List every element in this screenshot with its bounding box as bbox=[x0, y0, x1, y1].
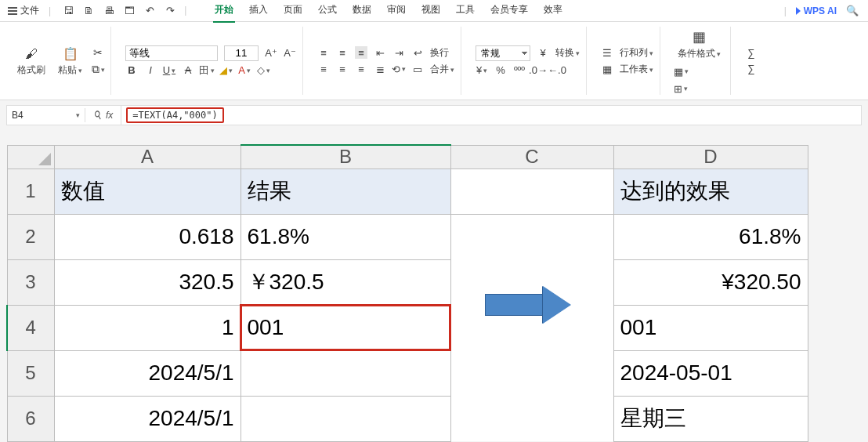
cell-C1[interactable] bbox=[450, 168, 613, 214]
border-button[interactable]: 田 bbox=[201, 64, 213, 77]
merge-icon[interactable]: ▭ bbox=[411, 63, 424, 75]
cell-B3[interactable]: ￥320.5 bbox=[241, 259, 450, 305]
formula-input[interactable]: =TEXT(A4,"000") bbox=[121, 108, 228, 122]
col-header-D[interactable]: D bbox=[613, 145, 808, 168]
cell-A2[interactable]: 0.618 bbox=[54, 214, 241, 259]
file-menu[interactable]: 文件 bbox=[3, 2, 44, 19]
cell-D3[interactable]: ¥320.50 bbox=[613, 259, 808, 305]
select-all-corner[interactable] bbox=[7, 145, 54, 168]
fx-icon[interactable]: fx bbox=[106, 110, 113, 121]
sort-icon[interactable]: ∑ bbox=[745, 63, 758, 75]
cell-B6[interactable] bbox=[241, 396, 450, 441]
wps-ai-button[interactable]: WPS AI bbox=[796, 5, 837, 16]
cond-format-button[interactable]: ▦ 条件格式 bbox=[675, 27, 724, 62]
row-header-4[interactable]: 4 bbox=[7, 305, 54, 350]
percent-icon[interactable]: % bbox=[494, 64, 507, 77]
row-header-2[interactable]: 2 bbox=[7, 214, 54, 259]
tab-formula[interactable]: 公式 bbox=[316, 0, 338, 23]
tab-view[interactable]: 视图 bbox=[420, 0, 442, 23]
row-header-3[interactable]: 3 bbox=[7, 259, 54, 305]
spreadsheet-grid[interactable]: A B C D 1 数值 结果 达到的效果 2 0.618 61.8% 61.8… bbox=[6, 144, 808, 442]
font-size-select[interactable] bbox=[224, 45, 259, 61]
col-header-B[interactable]: B bbox=[241, 145, 450, 168]
redo-icon[interactable]: ↷ bbox=[164, 5, 176, 17]
comma-icon[interactable]: ººº bbox=[513, 64, 526, 77]
font-name-select[interactable] bbox=[125, 45, 218, 61]
cell-D4[interactable]: 001 bbox=[613, 305, 808, 350]
cell-B1[interactable]: 结果 bbox=[241, 168, 450, 214]
col-header-C[interactable]: C bbox=[450, 145, 613, 168]
align-bot-icon[interactable]: ≡ bbox=[355, 46, 367, 59]
cell-B4[interactable]: 001 bbox=[241, 305, 450, 350]
cell-A5[interactable]: 2024/5/1 bbox=[54, 350, 241, 396]
preview-icon[interactable]: 🗔 bbox=[123, 5, 136, 17]
italic-button[interactable]: I bbox=[144, 64, 157, 77]
cell-style-icon[interactable]: ⊞ bbox=[675, 82, 687, 95]
print-icon[interactable]: 🖶 bbox=[103, 5, 115, 17]
indent-dec-icon[interactable]: ⇤ bbox=[374, 46, 386, 59]
name-box[interactable]: B4 ▾ bbox=[7, 108, 85, 122]
cell-D2[interactable]: 61.8% bbox=[613, 214, 808, 259]
tab-insert[interactable]: 插入 bbox=[248, 0, 269, 23]
justify-icon[interactable]: ≣ bbox=[374, 63, 386, 75]
col-header-A[interactable]: A bbox=[54, 145, 241, 168]
tab-member[interactable]: 会员专享 bbox=[489, 0, 530, 23]
tab-efficiency[interactable]: 效率 bbox=[542, 0, 564, 23]
search-icon[interactable] bbox=[846, 5, 859, 16]
increase-font-icon[interactable]: A⁺ bbox=[265, 47, 277, 60]
merge-label[interactable]: 合并 bbox=[430, 63, 454, 76]
worksheet-label[interactable]: 工作表 bbox=[620, 63, 653, 76]
rowcol-label[interactable]: 行和列 bbox=[620, 46, 653, 60]
clear-format-button[interactable]: ◇ bbox=[257, 64, 269, 77]
cell-D5[interactable]: 2024-05-01 bbox=[613, 350, 808, 396]
save-as-icon[interactable]: 🗎 bbox=[82, 5, 95, 17]
number-format-select[interactable]: 常规 bbox=[476, 45, 530, 61]
currency-style-icon[interactable]: ¥ bbox=[476, 64, 488, 77]
undo-icon[interactable]: ↶ bbox=[143, 5, 156, 17]
convert-label[interactable]: 转换 bbox=[555, 46, 580, 60]
cell-B2[interactable]: 61.8% bbox=[241, 214, 450, 259]
decrease-font-icon[interactable]: A⁻ bbox=[284, 47, 296, 60]
tab-review[interactable]: 审阅 bbox=[385, 0, 407, 23]
dec-dec-icon[interactable]: ←.0 bbox=[551, 64, 563, 77]
underline-button[interactable]: U bbox=[163, 64, 175, 77]
cell-D1[interactable]: 达到的效果 bbox=[613, 168, 808, 214]
cell-C2[interactable] bbox=[450, 214, 613, 259]
format-brush-button[interactable]: 格式刷 bbox=[14, 44, 49, 78]
tab-page[interactable]: 页面 bbox=[282, 0, 304, 23]
tab-start[interactable]: 开始 bbox=[213, 0, 235, 23]
paste-button[interactable]: 粘贴 bbox=[55, 44, 85, 78]
wrap-icon[interactable]: ↩ bbox=[411, 46, 424, 59]
copy-icon[interactable] bbox=[92, 63, 104, 76]
indent-inc-icon[interactable]: ⇥ bbox=[392, 46, 405, 59]
bold-button[interactable]: B bbox=[125, 64, 138, 77]
rowcol-icon[interactable]: ☰ bbox=[601, 46, 613, 59]
tab-data[interactable]: 数据 bbox=[351, 0, 373, 23]
zoom-icon[interactable] bbox=[93, 110, 101, 121]
cell-A6[interactable]: 2024/5/1 bbox=[54, 396, 241, 441]
cell-B5[interactable] bbox=[241, 350, 450, 396]
font-color-button[interactable]: A bbox=[238, 64, 251, 77]
align-ctr-icon[interactable]: ≡ bbox=[336, 63, 349, 75]
cell-A3[interactable]: 320.5 bbox=[54, 259, 241, 305]
cell-A4[interactable]: 1 bbox=[54, 305, 241, 350]
autosum-icon[interactable]: ∑ bbox=[745, 47, 758, 60]
table-style-icon[interactable]: ▦ bbox=[675, 65, 687, 78]
row-header-1[interactable]: 1 bbox=[7, 168, 54, 214]
cell-C5[interactable] bbox=[450, 350, 613, 396]
strike-button[interactable]: A bbox=[182, 64, 194, 77]
row-header-5[interactable]: 5 bbox=[7, 350, 54, 396]
cell-C3[interactable] bbox=[450, 259, 613, 350]
cut-icon[interactable] bbox=[92, 46, 104, 59]
align-mid-icon[interactable]: ≡ bbox=[336, 46, 349, 59]
cell-A1[interactable]: 数值 bbox=[54, 168, 241, 214]
cell-D6[interactable]: 星期三 bbox=[613, 396, 808, 441]
row-header-6[interactable]: 6 bbox=[7, 396, 54, 441]
align-top-icon[interactable]: ≡ bbox=[317, 46, 330, 59]
align-left-icon[interactable]: ≡ bbox=[317, 63, 330, 75]
cell-C6[interactable] bbox=[450, 396, 613, 441]
tab-tools[interactable]: 工具 bbox=[454, 0, 476, 23]
dec-inc-icon[interactable]: .0→ bbox=[532, 64, 544, 77]
fill-color-button[interactable]: ◢ bbox=[219, 64, 232, 77]
save-icon[interactable]: 🖫 bbox=[62, 5, 74, 17]
